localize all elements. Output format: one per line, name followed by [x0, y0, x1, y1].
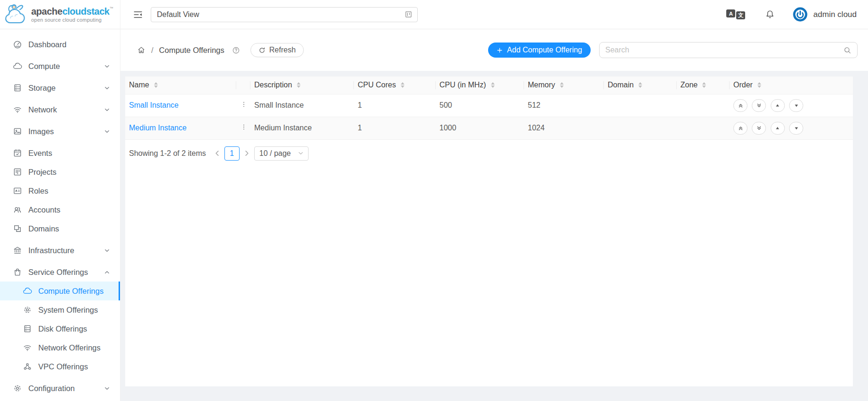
sidebar-item-service-offerings[interactable]: Service Offerings: [0, 263, 120, 282]
chevron-down-icon: [104, 64, 110, 69]
cell-memory: 1024: [524, 117, 604, 139]
wifi-icon: [13, 105, 22, 114]
quickview-ellipsis-icon[interactable]: [240, 123, 248, 131]
chevron-down-icon: [104, 85, 110, 91]
move-up-button[interactable]: [771, 122, 785, 135]
user-avatar[interactable]: [793, 7, 808, 22]
cell-cpu-cores: 1: [354, 117, 436, 139]
cell-domain: [604, 94, 677, 117]
cell-cpu-mhz: 1000: [436, 117, 524, 139]
chevron-down-icon: [104, 129, 110, 134]
sidebar-item-accounts[interactable]: Accounts: [0, 200, 120, 219]
cell-description: Small Instance: [250, 94, 354, 117]
sidebar-item-domains[interactable]: Domains: [0, 219, 120, 238]
offering-name-link[interactable]: Small Instance: [129, 101, 179, 109]
lang-letter-a: A: [726, 9, 735, 17]
compute-offerings-table: Name Description CPU Cores CPU (in MHz) …: [125, 77, 853, 140]
menu-fold-icon[interactable]: [133, 9, 143, 20]
gear-icon: [23, 305, 32, 315]
sidebar-item-roles[interactable]: Roles: [0, 181, 120, 200]
sorter-icon[interactable]: [638, 82, 642, 88]
column-header-cpu-mhz[interactable]: CPU (in MHz): [436, 77, 524, 94]
help-circle-icon[interactable]: [232, 46, 240, 54]
sidebar-item-dashboard[interactable]: Dashboard: [0, 35, 120, 54]
picture-icon: [13, 127, 22, 136]
previous-page-icon[interactable]: [214, 150, 220, 156]
sidebar-item-label: Storage: [28, 84, 56, 93]
page-size-select[interactable]: 10 / page: [254, 146, 309, 161]
cell-order: [730, 94, 853, 117]
column-header-actions: [236, 77, 250, 94]
sidebar-item-network-offerings[interactable]: Network Offerings: [0, 338, 120, 357]
username[interactable]: admin cloud: [813, 10, 857, 19]
calendar-check-icon: [13, 148, 22, 158]
logo[interactable]: apachecloudstack™ open source cloud comp…: [0, 0, 120, 29]
column-header-domain[interactable]: Domain: [604, 77, 677, 94]
top-header: A 文 admin cloud: [120, 0, 868, 29]
notification-bell-icon[interactable]: [765, 9, 775, 19]
sidebar-item-compute-offerings[interactable]: Compute Offerings: [0, 282, 120, 300]
sorter-icon[interactable]: [154, 82, 158, 88]
sidebar-item-label: Configuration: [28, 384, 75, 393]
cell-zone: [677, 117, 730, 139]
refresh-button-label: Refresh: [269, 46, 296, 54]
sidebar-item-label: Images: [28, 127, 54, 136]
sorter-icon[interactable]: [560, 82, 564, 88]
shopping-bag-icon: [13, 267, 22, 277]
move-to-bottom-button[interactable]: [752, 99, 766, 112]
search-input[interactable]: [605, 46, 843, 54]
wifi-icon: [23, 343, 32, 352]
offering-name-link[interactable]: Medium Instance: [129, 124, 187, 132]
move-to-top-button[interactable]: [733, 122, 748, 135]
sidebar-item-events[interactable]: Events: [0, 144, 120, 162]
column-header-memory[interactable]: Memory: [524, 77, 604, 94]
pagination-summary: Showing 1-2 of 2 items: [129, 149, 206, 158]
project-icon[interactable]: [404, 10, 413, 18]
move-to-bottom-button[interactable]: [752, 122, 766, 135]
lang-letter-cjk: 文: [736, 11, 745, 19]
sidebar-item-images[interactable]: Images: [0, 122, 120, 141]
sorter-icon[interactable]: [297, 82, 301, 88]
sidebar-item-system-offerings[interactable]: System Offerings: [0, 300, 120, 319]
quickview-ellipsis-icon[interactable]: [240, 101, 248, 108]
project-icon: [13, 167, 22, 177]
add-compute-offering-button[interactable]: Add Compute Offering: [488, 43, 591, 58]
sorter-icon[interactable]: [401, 82, 404, 88]
column-header-cpu-cores[interactable]: CPU Cores: [354, 77, 436, 94]
column-header-zone[interactable]: Zone: [677, 77, 730, 94]
column-header-order[interactable]: Order: [730, 77, 853, 94]
sidebar-item-projects[interactable]: Projects: [0, 162, 120, 181]
sidebar-item-vpc-offerings[interactable]: VPC Offerings: [0, 357, 120, 376]
move-to-top-button[interactable]: [733, 99, 748, 112]
sidebar-item-label: Infrastructure: [28, 246, 74, 255]
sorter-icon[interactable]: [757, 82, 761, 88]
sidebar-item-label: VPC Offerings: [38, 362, 88, 371]
block-icon: [13, 224, 22, 233]
cell-zone: [677, 94, 730, 117]
sorter-icon[interactable]: [491, 82, 495, 88]
next-page-icon[interactable]: [244, 150, 250, 156]
sidebar-item-disk-offerings[interactable]: Disk Offerings: [0, 319, 120, 338]
column-header-description[interactable]: Description: [250, 77, 354, 94]
home-icon[interactable]: [137, 46, 146, 54]
team-icon: [13, 205, 22, 214]
search-icon[interactable]: [843, 46, 851, 54]
sidebar-item-configuration[interactable]: Configuration: [0, 379, 120, 398]
sidebar-item-label: Events: [28, 149, 52, 158]
move-down-button[interactable]: [789, 122, 803, 135]
move-down-button[interactable]: [789, 99, 803, 112]
refresh-button[interactable]: Refresh: [250, 43, 304, 57]
sidebar-item-network[interactable]: Network: [0, 100, 120, 119]
translation-icon[interactable]: A 文: [726, 9, 745, 19]
sidebar-item-infrastructure[interactable]: Infrastructure: [0, 241, 120, 260]
sidebar-item-storage[interactable]: Storage: [0, 78, 120, 97]
logo-wordmark: apachecloudstack™ open source cloud comp…: [31, 7, 113, 23]
view-selector-input[interactable]: [157, 10, 404, 19]
plus-icon: [497, 47, 503, 53]
column-header-name[interactable]: Name: [125, 77, 236, 94]
move-up-button[interactable]: [771, 99, 785, 112]
current-page-button[interactable]: 1: [224, 146, 240, 161]
view-selector[interactable]: [151, 7, 418, 22]
sorter-icon[interactable]: [702, 82, 706, 88]
sidebar-item-compute[interactable]: Compute: [0, 57, 120, 76]
